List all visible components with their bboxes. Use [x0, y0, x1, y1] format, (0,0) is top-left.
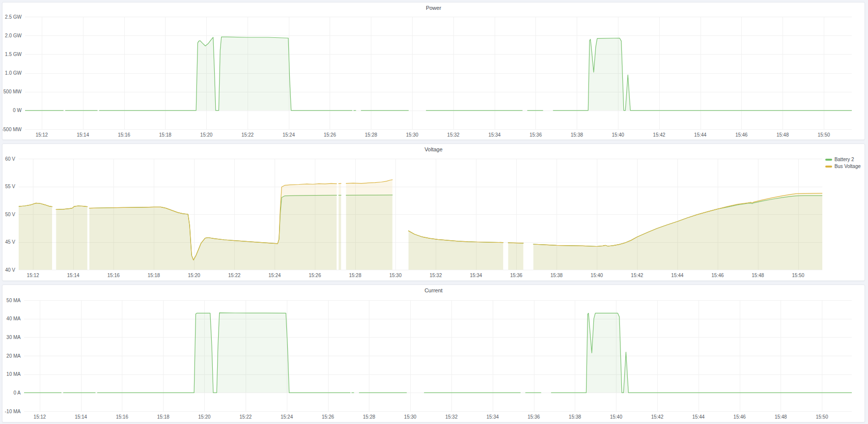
- svg-text:15:14: 15:14: [67, 273, 80, 278]
- svg-text:15:32: 15:32: [445, 414, 457, 420]
- svg-text:15:42: 15:42: [653, 132, 665, 138]
- svg-text:15:40: 15:40: [590, 273, 603, 278]
- svg-text:15:24: 15:24: [282, 132, 295, 138]
- svg-text:15:12: 15:12: [27, 273, 39, 278]
- svg-text:-10 MA: -10 MA: [5, 409, 21, 414]
- svg-text:10 MA: 10 MA: [6, 371, 21, 377]
- battery-2-series-color-icon: [825, 159, 832, 161]
- svg-text:15:18: 15:18: [159, 132, 171, 138]
- svg-text:50 MA: 50 MA: [6, 298, 21, 303]
- power-chart[interactable]: 2.5 GW2.0 GW1.5 GW1.0 GW500 MW0 W-500 MW…: [2, 2, 865, 140]
- svg-text:15:50: 15:50: [816, 414, 828, 420]
- svg-text:50 V: 50 V: [5, 212, 15, 217]
- current-chart[interactable]: 50 MA40 MA30 MA20 MA10 MA0 A-10 MA15:121…: [2, 285, 865, 422]
- svg-text:15:18: 15:18: [148, 273, 160, 278]
- svg-text:15:48: 15:48: [777, 132, 789, 138]
- svg-text:15:28: 15:28: [363, 414, 375, 420]
- voltage-legend: Battery 2 Bus Voltage: [825, 157, 861, 169]
- svg-text:15:22: 15:22: [239, 414, 252, 420]
- svg-text:15:12: 15:12: [35, 132, 48, 138]
- svg-text:15:22: 15:22: [228, 273, 241, 278]
- svg-text:15:44: 15:44: [692, 414, 704, 420]
- svg-text:15:46: 15:46: [733, 414, 746, 420]
- svg-text:15:26: 15:26: [308, 273, 321, 278]
- svg-text:15:36: 15:36: [510, 273, 522, 278]
- svg-text:15:24: 15:24: [280, 414, 293, 420]
- voltage-chart[interactable]: 60 V55 V50 V45 V40 V15:1215:1415:1615:18…: [2, 144, 865, 281]
- svg-text:15:20: 15:20: [200, 132, 213, 138]
- svg-text:15:38: 15:38: [569, 414, 581, 420]
- panel-voltage: Voltage 60 V55 V50 V45 V40 V15:1215:1415…: [2, 143, 865, 281]
- svg-text:15:26: 15:26: [324, 132, 336, 138]
- svg-text:40 MA: 40 MA: [6, 316, 21, 321]
- svg-text:1.0 GW: 1.0 GW: [5, 70, 22, 76]
- svg-text:15:14: 15:14: [75, 414, 87, 420]
- svg-text:15:30: 15:30: [406, 132, 419, 138]
- svg-text:15:34: 15:34: [488, 132, 501, 138]
- dashboard: Power 2.5 GW2.0 GW1.5 GW1.0 GW500 MW0 W-…: [0, 0, 868, 424]
- svg-text:15:22: 15:22: [241, 132, 253, 138]
- legend-item-bus-voltage[interactable]: Bus Voltage: [825, 164, 861, 169]
- legend-item-battery-2[interactable]: Battery 2: [825, 157, 854, 162]
- svg-text:15:30: 15:30: [389, 273, 401, 278]
- svg-text:15:38: 15:38: [550, 273, 562, 278]
- svg-text:0 W: 0 W: [13, 108, 22, 113]
- svg-text:15:46: 15:46: [711, 273, 724, 278]
- svg-text:2.0 GW: 2.0 GW: [5, 33, 22, 38]
- bus-voltage-series-color-icon: [825, 166, 832, 168]
- svg-text:15:34: 15:34: [470, 273, 482, 278]
- svg-text:15:36: 15:36: [528, 414, 540, 420]
- svg-text:15:32: 15:32: [447, 132, 459, 138]
- svg-text:45 V: 45 V: [5, 239, 15, 245]
- svg-text:20 MA: 20 MA: [6, 353, 21, 359]
- legend-label-bus-voltage: Bus Voltage: [835, 164, 861, 169]
- svg-text:15:12: 15:12: [33, 414, 46, 420]
- svg-text:15:38: 15:38: [571, 132, 583, 138]
- svg-text:15:30: 15:30: [404, 414, 417, 420]
- svg-text:0 A: 0 A: [14, 390, 21, 396]
- svg-text:15:50: 15:50: [792, 273, 804, 278]
- svg-text:-500 MW: -500 MW: [2, 127, 22, 132]
- svg-text:15:46: 15:46: [735, 132, 748, 138]
- svg-text:15:14: 15:14: [77, 132, 89, 138]
- svg-text:15:44: 15:44: [671, 273, 683, 278]
- svg-text:15:16: 15:16: [116, 414, 128, 420]
- svg-text:15:26: 15:26: [322, 414, 334, 420]
- svg-text:40 V: 40 V: [5, 267, 15, 273]
- svg-text:15:32: 15:32: [429, 273, 442, 278]
- svg-text:15:42: 15:42: [651, 414, 663, 420]
- svg-text:2.5 GW: 2.5 GW: [5, 14, 22, 20]
- svg-text:15:40: 15:40: [610, 414, 622, 420]
- svg-text:15:20: 15:20: [188, 273, 200, 278]
- svg-text:15:40: 15:40: [612, 132, 624, 138]
- svg-text:15:18: 15:18: [157, 414, 169, 420]
- svg-text:15:48: 15:48: [752, 273, 764, 278]
- svg-text:15:48: 15:48: [775, 414, 787, 420]
- legend-label-battery-2: Battery 2: [835, 157, 854, 162]
- svg-text:15:44: 15:44: [694, 132, 706, 138]
- svg-text:15:50: 15:50: [818, 132, 830, 138]
- svg-text:15:42: 15:42: [631, 273, 643, 278]
- svg-text:500 MW: 500 MW: [3, 89, 22, 94]
- svg-text:60 V: 60 V: [5, 156, 15, 162]
- panel-current: Current 50 MA40 MA30 MA20 MA10 MA0 A-10 …: [2, 284, 865, 423]
- svg-text:15:24: 15:24: [268, 273, 280, 278]
- svg-text:15:36: 15:36: [530, 132, 542, 138]
- svg-text:1.5 GW: 1.5 GW: [5, 52, 22, 57]
- panel-power: Power 2.5 GW2.0 GW1.5 GW1.0 GW500 MW0 W-…: [2, 2, 865, 140]
- svg-text:15:16: 15:16: [118, 132, 130, 138]
- svg-text:55 V: 55 V: [5, 184, 15, 189]
- svg-text:15:28: 15:28: [349, 273, 361, 278]
- svg-text:15:20: 15:20: [198, 414, 211, 420]
- svg-text:15:16: 15:16: [108, 273, 120, 278]
- svg-text:30 MA: 30 MA: [6, 335, 21, 340]
- svg-text:15:34: 15:34: [486, 414, 499, 420]
- svg-text:15:28: 15:28: [365, 132, 377, 138]
